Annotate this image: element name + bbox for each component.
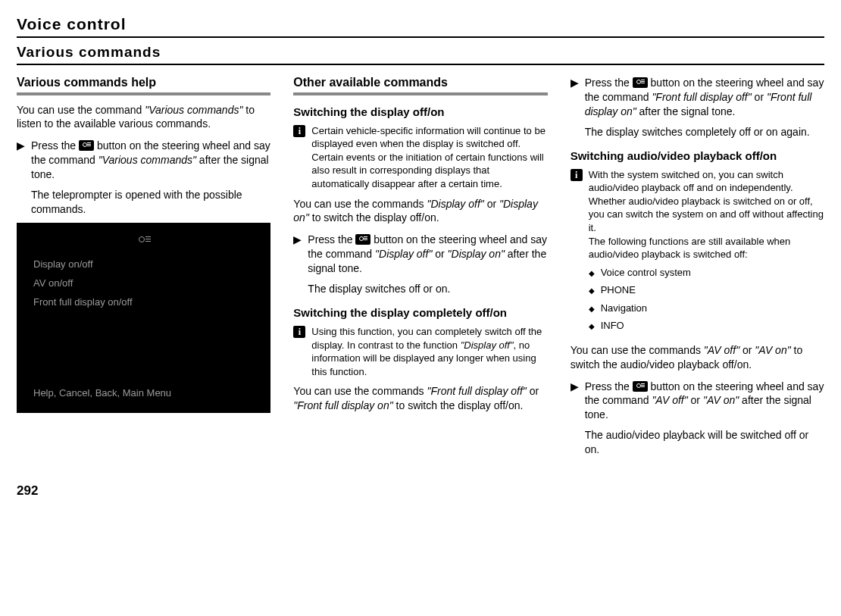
bullet-icon: ◆ <box>589 321 595 331</box>
command-text: "Front full display off" <box>652 91 751 103</box>
info-text: Certain vehicle-specific information wil… <box>311 124 547 191</box>
bullet-icon: ◆ <box>589 268 595 278</box>
info-note: i Certain vehicle-specific information w… <box>293 124 547 191</box>
step-marker-icon: ▶ <box>293 233 302 246</box>
text: Press the <box>308 233 355 245</box>
text: You can use the commands <box>293 385 427 397</box>
command-text: "Display off" <box>427 198 483 210</box>
list-item: ◆Voice control system <box>589 266 824 280</box>
heading-switch-display-completely: Switching the display completely off/on <box>293 305 547 321</box>
text: after the signal tone. <box>636 105 736 117</box>
info-note: i Using this function, you can completel… <box>293 325 547 378</box>
info-note: i With the system switched on, you can s… <box>571 168 824 337</box>
text: Press the <box>31 139 79 152</box>
result-text: The display switches completely off or o… <box>585 125 824 139</box>
paragraph: You can use the commands "Front full dis… <box>293 384 547 413</box>
heading-switch-display: Switching the display off/on <box>293 105 547 120</box>
text: You can use the commands <box>293 198 427 210</box>
text: Press the <box>585 380 633 392</box>
command-text: "Display off" <box>375 248 432 260</box>
page-header: Voice control <box>17 14 824 38</box>
page-number: 292 <box>17 483 824 500</box>
paragraph: You can use the commands "AV off" or "AV… <box>571 343 824 372</box>
text: or <box>527 385 539 397</box>
column-2: Other available commands Switching the d… <box>293 71 547 461</box>
command-text: "Display on" <box>448 248 505 260</box>
result-text: The display switches off or on. <box>308 282 547 296</box>
text: or <box>688 394 703 406</box>
info-icon: i <box>293 326 305 338</box>
screenshot-item: Front full display on/off <box>33 297 254 307</box>
command-text: "AV off" <box>704 344 739 356</box>
command-text: "Display off" <box>461 339 514 351</box>
text: or <box>739 344 755 356</box>
instruction-step: ▶ Press the button on the steering wheel… <box>571 380 824 457</box>
text: or <box>484 198 499 210</box>
voice-button-icon <box>355 234 370 245</box>
command-text: "Front full display off" <box>427 385 526 397</box>
instruction-step: ▶ Press the button on the steering wheel… <box>17 139 270 216</box>
step-marker-icon: ▶ <box>571 76 579 89</box>
paragraph: You can use the commands "Display off" o… <box>293 197 547 226</box>
bullet-icon: ◆ <box>589 286 595 295</box>
screenshot-item: AV on/off <box>33 278 254 288</box>
heading-other-commands: Other available commands <box>293 74 547 95</box>
text: to switch the display off/on. <box>309 211 439 224</box>
list-text: PHONE <box>601 283 824 297</box>
info-text: The following functions are still availa… <box>589 235 824 261</box>
voice-button-icon <box>79 140 94 151</box>
command-text: "AV on" <box>755 344 790 356</box>
column-3: ▶ Press the button on the steering wheel… <box>571 71 824 461</box>
command-text: "Various commands" <box>145 104 242 116</box>
text: You can use the command <box>17 104 145 116</box>
result-text: The audio/video playback will be switche… <box>585 428 824 457</box>
voice-icon <box>137 236 151 247</box>
instruction-step: ▶ Press the button on the steering wheel… <box>293 233 547 296</box>
teleprompter-screenshot: Display on/off AV on/off Front full disp… <box>17 223 270 413</box>
list-item: ◆Navigation <box>589 302 824 315</box>
text: Press the <box>585 77 633 89</box>
text: or <box>752 91 767 103</box>
command-text: "AV off" <box>652 394 687 406</box>
list-text: Voice control system <box>601 266 824 280</box>
bullet-icon: ◆ <box>589 304 595 314</box>
list-item: ◆INFO <box>589 319 824 333</box>
screenshot-item: Display on/off <box>33 259 254 269</box>
column-1: Various commands help You can use the co… <box>17 71 270 461</box>
list-text: INFO <box>601 319 824 333</box>
text: or <box>432 248 447 260</box>
info-text: With the system switched on, you can swi… <box>589 168 824 235</box>
section-header: Various commands <box>17 42 824 65</box>
intro-paragraph: You can use the command "Various command… <box>17 103 270 132</box>
command-text: "Front full display on" <box>293 399 392 411</box>
voice-button-icon <box>633 381 648 392</box>
info-icon: i <box>571 169 583 181</box>
instruction-step: ▶ Press the button on the steering wheel… <box>571 76 824 139</box>
result-text: The teleprompter is opened with the poss… <box>31 188 270 217</box>
step-marker-icon: ▶ <box>571 380 579 393</box>
heading-various-commands-help: Various commands help <box>17 74 270 95</box>
text: You can use the commands <box>571 344 704 356</box>
command-text: "Various commands" <box>98 154 196 166</box>
screenshot-footer: Help, Cancel, Back, Main Menu <box>33 356 254 400</box>
command-text: "AV on" <box>703 394 739 406</box>
heading-switch-av: Switching audio/video playback off/on <box>571 149 824 164</box>
info-text: Using this function, you can completely … <box>311 325 547 378</box>
info-icon: i <box>293 125 305 137</box>
list-text: Navigation <box>601 302 824 315</box>
voice-button-icon <box>633 77 648 88</box>
text: to switch the display off/on. <box>393 399 524 411</box>
step-marker-icon: ▶ <box>17 139 25 152</box>
list-item: ◆PHONE <box>589 283 824 297</box>
